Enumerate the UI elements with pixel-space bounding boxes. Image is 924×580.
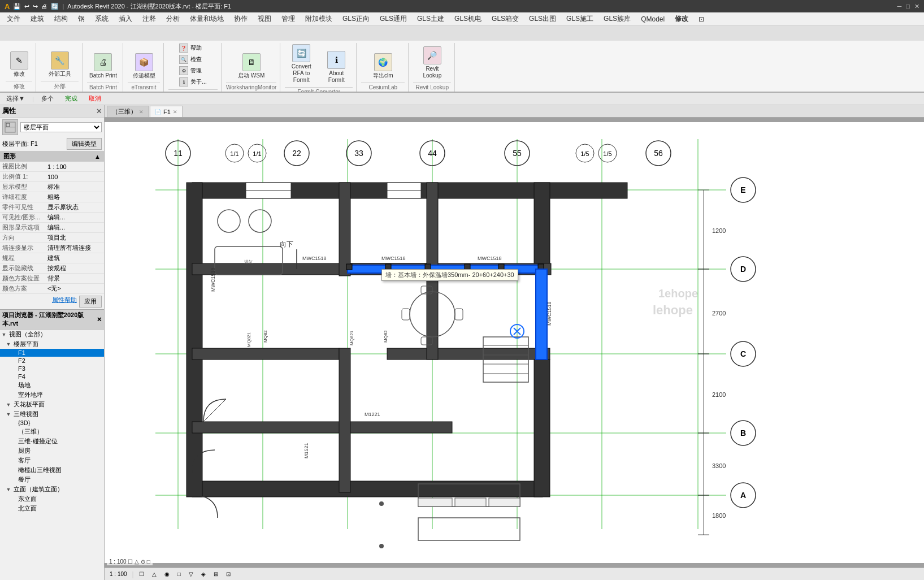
tree-kitchen[interactable]: 厨房	[0, 446, 104, 456]
menu-gls-box[interactable]: GLS箱变	[487, 13, 523, 25]
menu-insert[interactable]: 插入	[114, 13, 137, 25]
prop-value-link[interactable]: 编辑...	[45, 223, 104, 233]
view-render[interactable]: ◈	[198, 570, 209, 578]
prop-type-select[interactable]: 楼层平面	[20, 122, 102, 132]
tree-3d-collision[interactable]: 三维-碰撞定位	[0, 436, 104, 446]
tab-f1-close[interactable]: ✕	[173, 109, 177, 115]
tree-f2[interactable]: F2	[0, 357, 104, 365]
menu-gls-construct[interactable]: GLS施工	[562, 13, 598, 25]
tree-f4[interactable]: F4	[0, 373, 104, 380]
help-button[interactable]: ❓ 帮助	[177, 43, 209, 53]
view-point-cloud[interactable]: ⊡	[223, 570, 233, 578]
browser-close[interactable]: ✕	[97, 316, 102, 323]
canvas-area[interactable]: 11 1/1 1/1 22 33 44 55 1/5 1/5 56	[105, 118, 924, 568]
quick-redo[interactable]: ↪	[33, 3, 38, 10]
menu-architecture[interactable]: 建筑	[26, 13, 49, 25]
tree-floor-plans[interactable]: ▼ 楼层平面	[0, 339, 104, 349]
menu-massing[interactable]: 体量和场地	[185, 13, 228, 25]
tree-3d-views[interactable]: ▼ 三维视图	[0, 409, 104, 419]
tree-mountain-3d[interactable]: 橄榄山三维视图	[0, 465, 104, 475]
tree-label-north: 北立面	[17, 504, 104, 513]
menu-gls-gen[interactable]: GLS通用	[375, 13, 411, 25]
modify-button[interactable]: ✎ 修改	[8, 50, 31, 79]
tree-elevations[interactable]: ▼ 立面（建筑立面）	[0, 484, 104, 494]
quick-print[interactable]: 🖨	[41, 3, 47, 10]
finish-button[interactable]: 完成	[61, 93, 81, 104]
tree-3d-default[interactable]: {3D}	[0, 419, 104, 427]
about-formit-button[interactable]: ℹ About FormIt	[320, 50, 353, 85]
quick-save[interactable]: 💾	[13, 3, 21, 10]
cancel-button[interactable]: 取消	[85, 93, 105, 104]
menu-gls-mep[interactable]: GLS机电	[450, 13, 486, 25]
etransmit-button[interactable]: 📦 传递模型	[131, 52, 158, 80]
export-clm-button[interactable]: 🌍 导出clm	[371, 52, 396, 80]
view-crop[interactable]: □	[175, 570, 184, 578]
tab-f1[interactable]: 📄 F1 ✕	[150, 106, 183, 117]
tree-f1[interactable]: F1	[0, 349, 104, 357]
menu-analyze[interactable]: 分析	[162, 13, 184, 25]
revit-lookup-button[interactable]: 🔎 Revit Lookup	[416, 45, 449, 80]
view-shadows[interactable]: ◉	[162, 570, 172, 578]
view-sun[interactable]: △	[149, 570, 159, 578]
menu-modify[interactable]: 修改	[670, 13, 693, 25]
tree-outdoor[interactable]: 室外地坪	[0, 390, 104, 400]
tree-north-elev[interactable]: 北立面	[0, 504, 104, 513]
menu-gls-civil[interactable]: GLS土建	[413, 13, 449, 25]
wsm-button[interactable]: 🖥 启动 WSM	[236, 52, 267, 80]
props-section-shape[interactable]: 图形 ▲	[0, 151, 104, 162]
about-button[interactable]: ℹ 关于...	[177, 77, 209, 87]
svg-rect-57	[339, 348, 350, 492]
menu-extra[interactable]: ⊡	[694, 14, 709, 24]
external-tools-button[interactable]: 🔧 外部工具	[46, 50, 73, 79]
tab-3d-close[interactable]: ✕	[139, 109, 144, 115]
quick-undo[interactable]: ↩	[24, 3, 29, 10]
view-analysis[interactable]: ⊞	[211, 570, 221, 578]
manage-button[interactable]: ⚙ 管理	[177, 66, 209, 76]
menu-gls-draw[interactable]: GLS出图	[524, 13, 561, 25]
menu-gls-fwd[interactable]: GLS正向	[338, 13, 374, 25]
menu-qmodel[interactable]: QModel	[636, 14, 669, 24]
check-button[interactable]: 🔍 检查	[177, 54, 209, 64]
menu-steel[interactable]: 钢	[73, 13, 89, 25]
view-3d-toggle[interactable]: ☐	[136, 570, 147, 578]
property-help-link[interactable]: 属性帮助	[52, 296, 77, 308]
menu-manage[interactable]: 管理	[277, 13, 300, 25]
convert-rfa-button[interactable]: 🔄 Convert RFA to FormIt	[285, 43, 318, 85]
menu-view[interactable]: 视图	[253, 13, 276, 25]
properties-header[interactable]: 属性 ✕	[0, 105, 104, 118]
tree-east-elev[interactable]: 东立面	[0, 494, 104, 504]
menu-systems[interactable]: 系统	[90, 13, 113, 25]
tree-3d-paren[interactable]: （三维）	[0, 427, 104, 436]
menu-annotate[interactable]: 注释	[138, 13, 160, 25]
svg-rect-50	[534, 360, 550, 497]
tree-views-all[interactable]: ▼ 视图（全部）	[0, 330, 104, 339]
tree-site[interactable]: 场地	[0, 380, 104, 390]
check-label: 检查	[190, 55, 202, 63]
quick-sync[interactable]: 🔄	[51, 3, 59, 10]
menu-file[interactable]: 文件	[2, 13, 25, 25]
close-button[interactable]: ✕	[914, 3, 919, 10]
tree-label-f2: F2	[17, 357, 104, 364]
apply-button[interactable]: 应用	[79, 296, 102, 308]
tab-3d[interactable]: （三维） ✕	[107, 106, 149, 117]
tree-dining[interactable]: 餐厅	[0, 475, 104, 484]
tree-living[interactable]: 客厅	[0, 456, 104, 465]
view-hidden[interactable]: ▽	[186, 570, 196, 578]
properties-close[interactable]: ✕	[96, 107, 102, 115]
prop-label: 墙连接显示	[0, 243, 45, 253]
restore-button[interactable]: □	[906, 3, 910, 10]
menu-gls-family[interactable]: GLS族库	[599, 13, 635, 25]
menu-collaborate[interactable]: 协作	[229, 13, 252, 25]
tree-ceiling[interactable]: ▼ 天花板平面	[0, 400, 104, 409]
tree-f3[interactable]: F3	[0, 365, 104, 373]
edit-type-button[interactable]: 编辑类型	[67, 138, 102, 150]
multiple-select[interactable]: 多个	[37, 93, 58, 104]
toggle-floor-plans: ▼	[5, 341, 12, 347]
menu-structure[interactable]: 结构	[50, 13, 72, 25]
minimize-button[interactable]: ─	[897, 3, 902, 10]
batch-print-button[interactable]: 🖨 Batch Print	[87, 52, 119, 80]
browser-header[interactable]: 项目浏览器 - 江湖别墅2020版本.rvt ✕	[0, 310, 104, 330]
prop-value-link[interactable]: 编辑...	[45, 213, 104, 223]
menu-addins[interactable]: 附加模块	[301, 13, 337, 25]
select-dropdown[interactable]: 选择▼	[2, 93, 29, 104]
